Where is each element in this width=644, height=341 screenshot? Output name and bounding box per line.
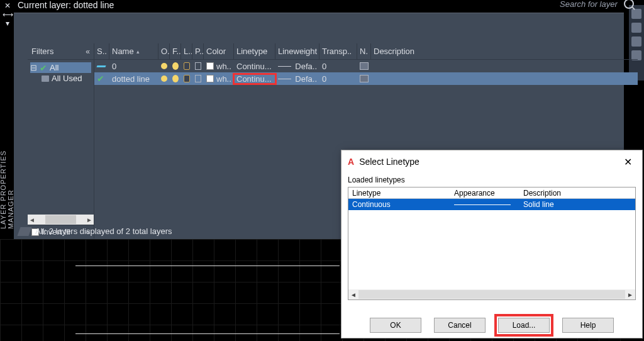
- listbox-hscroll[interactable]: ◄ ►: [348, 289, 635, 299]
- select-linetype-dialog: A Select Linetype ✕ Loaded linetypes Lin…: [341, 150, 643, 338]
- status-text: All: 2 layers displayed of 2 total layer…: [35, 226, 172, 236]
- col-color[interactable]: Color: [204, 43, 234, 59]
- layer-linetype[interactable]: Continu...: [234, 74, 275, 84]
- freeze-icon[interactable]: [172, 75, 179, 82]
- layer-transparency[interactable]: 0: [319, 74, 357, 84]
- layers-header: S.. Name O. F.. L.. P.. Color Linetype L…: [94, 43, 638, 60]
- layer-linetype[interactable]: Continu...: [234, 62, 275, 71]
- linetype-name: Continuous: [348, 200, 450, 209]
- freeze-icon[interactable]: [172, 62, 179, 70]
- col-name[interactable]: Name: [109, 43, 158, 59]
- help-button[interactable]: Help: [562, 318, 614, 333]
- close-icon[interactable]: ✕: [3, 1, 13, 10]
- col-plot[interactable]: P..: [192, 43, 204, 59]
- current-layer-icon: ✔: [97, 74, 104, 84]
- newvp-icon[interactable]: [360, 75, 369, 82]
- close-icon[interactable]: ✕: [620, 155, 636, 169]
- layer-lineweight[interactable]: Defa..: [275, 62, 319, 71]
- ribbon-icon[interactable]: [631, 23, 641, 33]
- scroll-left-icon[interactable]: ◄: [348, 291, 358, 298]
- lock-icon[interactable]: [184, 75, 190, 82]
- plot-icon[interactable]: [195, 62, 201, 70]
- plot-icon[interactable]: [195, 75, 201, 82]
- layer-name[interactable]: dotted line: [109, 74, 158, 84]
- loaded-linetypes-label: Loaded linetypes: [348, 176, 636, 184]
- col-linetype[interactable]: Linetype: [348, 187, 450, 198]
- col-lock[interactable]: L..: [181, 43, 192, 59]
- ok-button[interactable]: OK: [370, 318, 421, 333]
- folder-icon: [42, 75, 49, 82]
- scroll-right-icon[interactable]: ►: [625, 291, 635, 298]
- menu-icon[interactable]: ▾: [3, 19, 13, 28]
- lock-icon[interactable]: [184, 62, 190, 70]
- scroll-right-icon[interactable]: ►: [85, 216, 94, 223]
- linetype-row[interactable]: Continuous Solid line: [348, 199, 635, 210]
- col-status[interactable]: S..: [94, 43, 109, 59]
- col-on[interactable]: O.: [158, 43, 170, 59]
- dialog-titlebar[interactable]: A Select Linetype ✕: [341, 150, 642, 173]
- on-icon[interactable]: [161, 75, 167, 82]
- dialog-title: Select Linetype: [359, 157, 419, 167]
- col-newvp[interactable]: N.: [357, 43, 371, 59]
- search-input[interactable]: [560, 0, 620, 9]
- layer-row[interactable]: 0 wh.. Continu... Defa.. 0: [94, 60, 638, 72]
- col-lineweight[interactable]: Lineweight: [275, 43, 319, 59]
- linetype-preview: [454, 204, 511, 205]
- filters-hscroll[interactable]: ◄ ►: [28, 215, 94, 225]
- layer-color[interactable]: wh..: [204, 74, 234, 84]
- col-linetype[interactable]: Linetype: [234, 43, 275, 59]
- on-icon[interactable]: [161, 63, 167, 69]
- col-description[interactable]: Description: [519, 187, 635, 198]
- status-bar: All: 2 layers displayed of 2 total layer…: [14, 224, 177, 238]
- layer-transparency[interactable]: 0: [319, 62, 357, 71]
- filters-title: Filters: [31, 47, 53, 56]
- layer-lineweight[interactable]: Defa..: [275, 74, 319, 84]
- layer-color[interactable]: wh..: [204, 62, 234, 71]
- palette-title: LAYER PROPERTIES MANAGER: [0, 107, 14, 233]
- filter-all-used[interactable]: All Used: [30, 73, 91, 84]
- layers-stack-icon: [17, 227, 31, 236]
- col-description[interactable]: Description: [371, 43, 638, 59]
- search-icon[interactable]: [624, 0, 634, 9]
- color-swatch: [206, 62, 214, 70]
- col-appearance[interactable]: Appearance: [450, 187, 519, 198]
- collapse-filters-icon[interactable]: «: [86, 47, 90, 56]
- ribbon-icon[interactable]: [631, 9, 641, 19]
- app-logo-icon: A: [348, 157, 354, 167]
- scroll-left-icon[interactable]: ◄: [28, 216, 36, 223]
- layer-name[interactable]: 0: [109, 62, 158, 71]
- filters-pane: Filters « ⊟ ✔ All All Used ◄ ►: [28, 43, 94, 238]
- palette-handle: ✕ ⟷ ▾: [3, 1, 13, 28]
- filters-tree: ⊟ ✔ All All Used: [28, 60, 94, 215]
- pin-icon[interactable]: ⟷: [3, 10, 13, 19]
- tree-expand-icon[interactable]: ⊟: [30, 63, 37, 72]
- color-swatch: [206, 75, 214, 82]
- filter-all[interactable]: ⊟ ✔ All: [30, 62, 91, 73]
- linetype-listbox: Linetype Appearance Description Continuo…: [348, 187, 636, 300]
- col-transparency[interactable]: Transp..: [319, 43, 357, 59]
- layer-row[interactable]: ✔ dotted line wh.. Continu... Defa.. 0: [94, 72, 638, 85]
- cancel-button[interactable]: Cancel: [434, 318, 486, 333]
- col-freeze[interactable]: F..: [170, 43, 181, 59]
- layer-status-icon: [96, 65, 106, 67]
- load-button[interactable]: Load...: [498, 318, 550, 333]
- newvp-icon[interactable]: [360, 62, 369, 70]
- layer-search: [560, 0, 634, 9]
- current-layer-label: Current layer: dotted line: [14, 0, 624, 13]
- check-icon: ✔: [40, 64, 47, 72]
- linetype-description: Solid line: [519, 200, 635, 209]
